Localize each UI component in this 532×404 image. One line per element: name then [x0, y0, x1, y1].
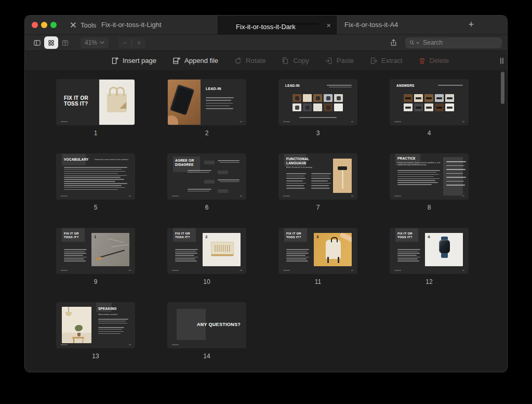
caption-skeleton	[299, 117, 337, 118]
slide-page-no	[129, 344, 131, 345]
thumbnail-grid-view-button[interactable]	[44, 36, 58, 49]
append-file-pdf-icon: PDF	[172, 57, 181, 65]
sentence-list-skeleton	[64, 167, 127, 191]
subtitle-skeleton	[327, 85, 352, 89]
rotate-label: Rotate	[246, 57, 265, 64]
tools-menu[interactable]: Tools	[70, 16, 96, 34]
traffic-lights	[32, 22, 57, 28]
phrase-panel-skeleton	[443, 157, 463, 196]
scrollbar-thumb[interactable]	[501, 72, 504, 104]
slide-footer	[61, 196, 68, 197]
minimize-window-button[interactable]	[41, 22, 47, 28]
slide-vocabulary: VOCABULARY Choose the correct word in ea…	[57, 154, 135, 199]
slide-subtitle: What's broken at home?	[98, 314, 118, 316]
paragraph-skeleton	[175, 249, 198, 263]
room-interior-photo	[62, 307, 91, 343]
slide-title: ANY QUESTIONS?	[195, 322, 243, 327]
page-thumbnail-10[interactable]: FIX IT OR TOSS IT? 2 10	[168, 228, 246, 285]
slide-footer	[172, 270, 179, 271]
page-thumbnail-8[interactable]: PRACTICE Read each situation. Guess what…	[390, 154, 468, 211]
slide-fix-or-toss-1: FIX IT OR TOSS IT? 1	[57, 228, 135, 273]
insert-page-icon	[111, 57, 119, 65]
page-thumbnail-14[interactable]: ANY QUESTIONS? 14	[168, 303, 246, 360]
new-tab-button[interactable]: +	[464, 18, 478, 32]
slide-cover: FIX IT OR TOSS IT?	[57, 80, 135, 125]
page-thumbnail-9[interactable]: FIX IT OR TOSS IT? 1 9	[57, 228, 135, 285]
slide-footer	[283, 196, 290, 197]
close-window-button[interactable]	[32, 22, 38, 28]
page-number: 8	[390, 204, 468, 211]
statement-skeleton	[188, 170, 211, 174]
share-button[interactable]	[387, 36, 400, 49]
page-action-bar: Insert page PDF Append file Rotate Copy …	[25, 50, 507, 70]
page-thumbnail-11[interactable]: FIX IT OR TOSS IT? 3 11	[279, 228, 357, 285]
two-page-view-icon	[61, 39, 70, 47]
insert-page-label: Insert page	[123, 57, 156, 64]
slide-page-no	[129, 270, 131, 271]
two-page-view-button[interactable]	[58, 36, 72, 49]
slide-page-no	[351, 270, 353, 271]
tab-a4[interactable]: Fix-it-or-toss-it-A4	[344, 16, 398, 34]
paste-button[interactable]: Paste	[325, 57, 354, 65]
sidebar-toggle-button[interactable]	[30, 36, 44, 49]
page-number: 1	[57, 129, 135, 137]
page-thumbnail-2[interactable]: LEAD-IN 2	[168, 80, 246, 137]
phrase-column-skeleton	[286, 173, 306, 190]
page-number: 5	[57, 204, 135, 211]
zoom-level-dropdown[interactable]: 41%	[81, 37, 109, 48]
rotate-button[interactable]: Rotate	[234, 57, 265, 65]
search-field[interactable]	[405, 37, 502, 48]
tab-light[interactable]: Fix-it-or-toss-it-Light	[101, 16, 162, 34]
page-number: 11	[279, 278, 357, 285]
zoom-out-button[interactable]: −	[118, 37, 131, 48]
active-tab-label: Fix-it-or-toss-it-Dark	[236, 23, 318, 25]
copy-button[interactable]: Copy	[281, 57, 309, 65]
zoom-in-button[interactable]: +	[132, 37, 145, 48]
item-number: 3	[316, 234, 318, 239]
share-icon	[390, 38, 397, 47]
page-thumbnail-7[interactable]: FUNCTIONAL LANGUAGE Match the phrase to …	[279, 154, 357, 211]
thumbnail-grid: FIX IT OR TOSS IT? 1 LEAD-IN 2 LEAD-IN	[25, 71, 507, 372]
app-window: Tools Fix-it-or-toss-it-Light Fix-it-or-…	[25, 16, 507, 372]
tab-dark-active[interactable]: Fix-it-or-toss-it-Dark ×	[218, 16, 337, 34]
slide-footer	[172, 196, 179, 197]
slide-footer	[61, 344, 68, 345]
resize-grip[interactable]	[500, 58, 503, 64]
zoom-window-button[interactable]	[50, 22, 57, 28]
slide-practice: PRACTICE Read each situation. Guess what…	[390, 154, 468, 199]
slide-title: VOCABULARY	[64, 158, 89, 161]
chevron-down-icon	[100, 41, 104, 44]
slide-footer	[283, 121, 290, 122]
paragraph-skeleton	[64, 249, 87, 263]
photo-grid	[292, 94, 343, 111]
delete-button[interactable]: Delete	[418, 57, 449, 65]
extract-button[interactable]: Extract	[369, 57, 402, 65]
zoom-level-value: 41%	[85, 39, 97, 46]
photo-grid-labeled	[404, 94, 454, 111]
subtitle-skeleton	[438, 85, 463, 87]
slide-footer	[394, 196, 401, 197]
page-thumbnail-13[interactable]: SPEAKING What's broken at home? 13	[57, 303, 135, 360]
search-icon	[409, 40, 415, 46]
page-thumbnail-4[interactable]: ANSWERS 4	[390, 80, 468, 137]
statement-skeleton	[218, 179, 240, 184]
page-thumbnail-3[interactable]: LEAD-IN 3	[279, 80, 357, 137]
answer-box	[204, 161, 215, 164]
insert-page-button[interactable]: Insert page	[111, 57, 156, 65]
page-thumbnail-12[interactable]: FIX IT OR TOSS IT? 4 12	[390, 228, 468, 285]
page-thumbnail-1[interactable]: FIX IT OR TOSS IT? 1	[57, 80, 135, 137]
slide-page-no	[240, 121, 242, 122]
append-file-button[interactable]: PDF Append file	[172, 57, 218, 65]
slide-page-no	[351, 121, 353, 122]
slide-functional-language: FUNCTIONAL LANGUAGE Match the phrase to …	[279, 154, 357, 199]
search-scope-chevron-icon	[416, 42, 419, 44]
zoom-stepper: − +	[118, 37, 145, 48]
close-tab-icon[interactable]: ×	[326, 21, 331, 29]
answer-box	[218, 171, 228, 174]
slide-footer	[172, 344, 179, 345]
page-thumbnail-6[interactable]: AGREE OR DISAGREE 6	[168, 154, 246, 211]
page-thumbnail-5[interactable]: VOCABULARY Choose the correct word in ea…	[57, 154, 135, 211]
slide-page-no	[351, 196, 353, 197]
search-input[interactable]	[422, 38, 498, 47]
tools-icon	[70, 21, 77, 29]
